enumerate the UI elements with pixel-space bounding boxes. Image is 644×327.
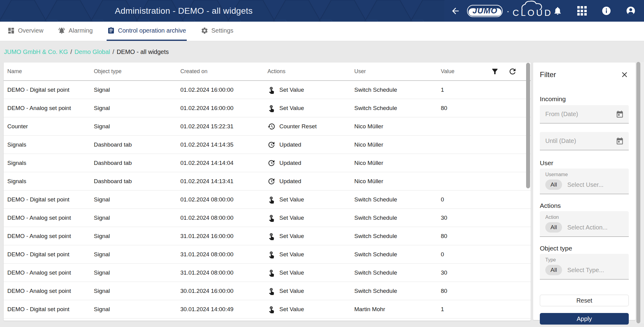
column-header-object-type: Object type: [90, 68, 177, 75]
touch-app-icon: [267, 196, 275, 204]
table-row[interactable]: Signals Dashboard tab 01.02.2024 14:13:4…: [4, 172, 531, 190]
table-row[interactable]: DEMO - Analog set point Signal 30.01.202…: [4, 282, 531, 300]
cloud-icon: [520, 0, 551, 10]
update-icon: [267, 141, 275, 149]
action-field[interactable]: Action All Select Action...: [540, 211, 629, 237]
filter-section-user: User: [540, 159, 629, 167]
action-label: Set Value: [279, 87, 304, 93]
cell-user: Nico Müller: [351, 141, 437, 148]
apply-button[interactable]: Apply: [540, 313, 629, 325]
cell-user: Switch Schedule: [351, 215, 437, 221]
type-field[interactable]: Type All Select Type...: [540, 254, 629, 279]
breadcrumb-separator: /: [112, 48, 114, 55]
from-date-field[interactable]: From (Date): [540, 105, 629, 123]
refresh-button[interactable]: [508, 67, 517, 76]
type-all-chip[interactable]: All: [545, 265, 562, 275]
column-header-name: Name: [4, 68, 90, 75]
action-label: Updated: [279, 141, 301, 148]
tab-overview[interactable]: Overview: [7, 22, 44, 41]
table-row[interactable]: DEMO - Digital set point Signal 01.02.20…: [4, 190, 531, 209]
account-button[interactable]: [626, 6, 635, 16]
cell-name: DEMO - Analog set point: [4, 215, 90, 221]
cell-user: Switch Schedule: [351, 196, 437, 203]
cell-user: Switch Schedule: [351, 288, 437, 294]
filter-scrollbar-thumb[interactable]: [636, 62, 640, 323]
tab-alarming[interactable]: Alarming: [57, 22, 93, 41]
cell-action: Set Value: [264, 214, 351, 222]
table-row[interactable]: Signals Dashboard tab 01.02.2024 14:14:3…: [4, 136, 531, 154]
cell-object-type: Signal: [90, 288, 177, 294]
table-body: DEMO - Digital set point Signal 01.02.20…: [4, 81, 531, 318]
apps-button[interactable]: [577, 6, 587, 16]
cell-object-type: Dashboard tab: [90, 141, 177, 148]
filter-section-actions: Actions: [540, 202, 629, 209]
person-icon: [626, 6, 636, 16]
table-header-row: Name Object type Created on Actions User…: [4, 62, 531, 81]
column-header-actions: Actions: [264, 68, 351, 75]
info-button[interactable]: [601, 6, 611, 16]
cell-action: Set Value: [264, 104, 351, 112]
tab-label: Alarming: [69, 27, 93, 34]
table-scrollbar-thumb[interactable]: [526, 63, 530, 188]
cell-action: Counter Reset: [264, 123, 351, 130]
filter-panel: Filter Incoming From (Date) Until (Date)…: [533, 62, 635, 320]
table-row[interactable]: DEMO - Digital set point Signal 01.02.20…: [4, 81, 531, 99]
cell-object-type: Signal: [90, 215, 177, 221]
calendar-icon: [616, 137, 624, 145]
refresh-icon: [508, 67, 517, 76]
touch-app-icon: [267, 214, 275, 222]
cell-created-on: 01.02.2024 15:22:31: [177, 123, 264, 130]
tab-settings[interactable]: Settings: [200, 22, 234, 41]
type-field-label: Type: [545, 257, 624, 263]
table-row[interactable]: DEMO - Analog set point Signal 01.02.202…: [4, 209, 531, 227]
column-header-value: Value: [437, 68, 486, 75]
cell-name: DEMO - Digital set point: [4, 251, 90, 258]
action-all-chip[interactable]: All: [545, 222, 562, 233]
cell-name: DEMO - Digital set point: [4, 196, 90, 203]
apps-grid-icon: [577, 6, 587, 16]
cell-value: 80: [437, 233, 486, 240]
table-row[interactable]: DEMO - Digital set point Signal 31.01.20…: [4, 245, 531, 264]
cell-action: Set Value: [264, 86, 351, 94]
username-field-label: Username: [545, 172, 624, 177]
calendar-picker-button[interactable]: [616, 137, 624, 145]
cell-object-type: Signal: [90, 251, 177, 258]
topbar-icon-group: [553, 6, 644, 16]
table-row[interactable]: DEMO - Analog set point Signal 01.02.202…: [4, 99, 531, 117]
cell-name: Counter: [4, 123, 90, 130]
action-label: Counter Reset: [279, 123, 317, 130]
breadcrumb-link-company[interactable]: JUMO GmbH & Co. KG: [4, 48, 68, 55]
action-label: Set Value: [279, 251, 304, 258]
filter-button[interactable]: [491, 67, 499, 76]
reset-button[interactable]: Reset: [540, 295, 629, 306]
username-field[interactable]: Username All Select User...: [540, 169, 629, 194]
until-date-field[interactable]: Until (Date): [540, 132, 629, 150]
table-row[interactable]: Signals Dashboard tab 01.02.2024 14:14:0…: [4, 154, 531, 172]
close-filter-button[interactable]: [620, 70, 629, 79]
table-row[interactable]: Counter Signal 01.02.2024 15:22:31 Count…: [4, 117, 531, 136]
cell-object-type: Signal: [90, 105, 177, 112]
cell-name: DEMO - Analog set point: [4, 233, 90, 240]
clipboard-icon: [107, 27, 115, 34]
tab-label: Overview: [18, 27, 43, 34]
notifications-button[interactable]: [553, 6, 562, 16]
calendar-picker-button[interactable]: [616, 110, 624, 118]
cell-action: Set Value: [264, 251, 351, 258]
table-row[interactable]: DEMO - Analog set point Signal 31.01.202…: [4, 264, 531, 282]
cell-created-on: 30.01.2024 14:00:49: [177, 306, 264, 313]
username-all-chip[interactable]: All: [545, 179, 562, 190]
tab-control-operation-archive[interactable]: Control operation archive: [107, 22, 186, 41]
action-label: Set Value: [279, 196, 304, 203]
cell-object-type: Dashboard tab: [90, 178, 177, 185]
action-label: Set Value: [279, 269, 304, 276]
action-label: Updated: [279, 160, 301, 166]
cell-name: Signals: [4, 178, 90, 185]
table-row[interactable]: DEMO - Analog set point Signal 31.01.202…: [4, 227, 531, 245]
breadcrumb: JUMO GmbH & Co. KG / Demo Global / DEMO …: [4, 41, 169, 62]
breadcrumb-link-demo-global[interactable]: Demo Global: [75, 48, 110, 55]
filter-panel-title: Filter: [540, 70, 556, 79]
table-row[interactable]: DEMO - Digital set point Signal 30.01.20…: [4, 300, 531, 318]
cell-object-type: Signal: [90, 306, 177, 313]
back-button[interactable]: [451, 6, 460, 16]
restore-icon: [267, 123, 275, 130]
